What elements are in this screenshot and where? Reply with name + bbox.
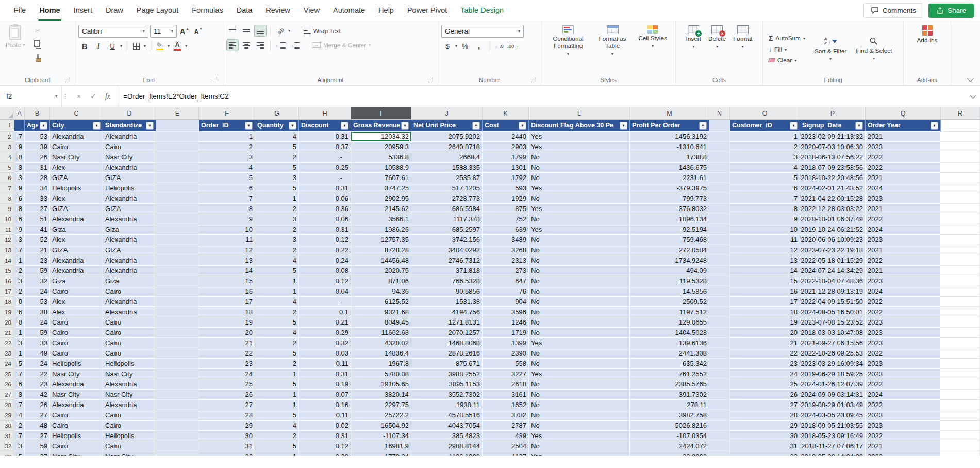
cell-I13[interactable]: 8728.28	[351, 245, 411, 255]
filter-button-G[interactable]: ▼	[289, 122, 296, 130]
cell-L22[interactable]: Yes	[529, 338, 630, 348]
cell-C5[interactable]: Alex	[50, 163, 103, 173]
cell-K21[interactable]: 1719	[483, 328, 529, 338]
cell-O9[interactable]: 8	[730, 204, 800, 214]
conditional-formatting-button[interactable]: Conditional Formatting ▾	[547, 24, 589, 74]
cell-N5[interactable]	[709, 163, 730, 173]
cell-K10[interactable]: 752	[483, 214, 529, 224]
filter-button-F[interactable]: ▼	[245, 122, 253, 130]
cell-C15[interactable]: Alexandria	[50, 266, 103, 276]
cell-O2[interactable]: 1	[730, 132, 800, 142]
cell-F16[interactable]: 15	[199, 276, 255, 286]
column-header-A[interactable]: A	[14, 107, 25, 119]
cell-N11[interactable]	[709, 224, 730, 235]
cell-J21[interactable]: 2070.1257	[411, 328, 483, 338]
cell-L6[interactable]: No	[529, 173, 630, 183]
filter-button-I[interactable]: ▼	[401, 122, 409, 130]
cell-B24[interactable]: 24	[25, 359, 50, 369]
cell-L7[interactable]: Yes	[529, 183, 630, 193]
cell-G27[interactable]: 1	[255, 390, 299, 400]
column-header-H[interactable]: H	[299, 107, 351, 119]
cell-F2[interactable]: 1	[199, 132, 255, 142]
row-header-9[interactable]: 9	[0, 204, 14, 214]
cell-J32[interactable]: 2988.8144	[411, 441, 483, 451]
cell-G24[interactable]: 2	[255, 359, 299, 369]
table-header-cell-K1[interactable]: Cost▼	[483, 120, 529, 132]
cell-L3[interactable]: Yes	[529, 142, 630, 152]
cell-M19[interactable]: 1197.512	[630, 307, 709, 317]
cell-C6[interactable]: GIZA	[50, 173, 103, 183]
cell-R13[interactable]	[941, 245, 980, 255]
cell-H3[interactable]: 0.37	[299, 142, 351, 152]
cell-R14[interactable]	[941, 255, 980, 266]
cell-R2[interactable]	[941, 132, 980, 142]
cell-C20[interactable]: Cairo	[50, 317, 103, 328]
cell-D11[interactable]: Giza	[103, 224, 156, 235]
cell-B14[interactable]: 23	[25, 255, 50, 266]
cell-D19[interactable]: Alexandria	[103, 307, 156, 317]
align-center-button[interactable]	[240, 39, 253, 51]
cell-B32[interactable]: 59	[25, 441, 50, 451]
cell-C8[interactable]: Alex	[50, 193, 103, 204]
row-header-19[interactable]: 19	[0, 307, 14, 317]
cell-L33[interactable]: Yes	[529, 451, 630, 456]
column-header-M[interactable]: M	[630, 107, 709, 119]
cell-C22[interactable]: Cairo	[50, 338, 103, 348]
cell-I7[interactable]: 3747.25	[351, 183, 411, 193]
cell-G31[interactable]: 2	[255, 431, 299, 441]
cell-A5[interactable]: 3	[14, 163, 25, 173]
cell-K4[interactable]: 1799	[483, 152, 529, 163]
cell-D12[interactable]: Alexandria	[103, 235, 156, 245]
cancel-entry-button[interactable]: ×	[72, 90, 86, 103]
cell-N9[interactable]	[709, 204, 730, 214]
cell-E22[interactable]	[156, 338, 199, 348]
cell-F25[interactable]: 24	[199, 369, 255, 379]
cell-F9[interactable]: 8	[199, 204, 255, 214]
cell-C29[interactable]: Cairo	[50, 410, 103, 421]
cell-N27[interactable]	[709, 390, 730, 400]
cell-M22[interactable]: 139.6136	[630, 338, 709, 348]
cell-R10[interactable]	[941, 214, 980, 224]
cell-I19[interactable]: 9321.68	[351, 307, 411, 317]
cell-D18[interactable]: Alexandria	[103, 297, 156, 307]
cell-P9[interactable]: 2022-12-28 03:03:22	[800, 204, 866, 214]
cell-K28[interactable]: 1652	[483, 400, 529, 410]
cell-H22[interactable]: 0.32	[299, 338, 351, 348]
cell-M31[interactable]: -107.0354	[630, 431, 709, 441]
number-dialog-launcher[interactable]	[531, 77, 536, 82]
font-dialog-launcher[interactable]	[213, 77, 218, 82]
cell-A12[interactable]: 3	[14, 235, 25, 245]
cell-N32[interactable]	[709, 441, 730, 451]
cell-B12[interactable]: 52	[25, 235, 50, 245]
cell-J13[interactable]: 3404.0292	[411, 245, 483, 255]
cell-E12[interactable]	[156, 235, 199, 245]
cell-G23[interactable]: 5	[255, 348, 299, 359]
cell-D5[interactable]: Alexandria	[103, 163, 156, 173]
cell-F28[interactable]: 27	[199, 400, 255, 410]
cell-C33[interactable]: Nasr City	[50, 451, 103, 456]
menu-tab-page-layout[interactable]: Page Layout	[130, 0, 185, 21]
filter-button-Q[interactable]: ▼	[931, 122, 938, 130]
cell-I17[interactable]: 94.36	[351, 286, 411, 297]
cell-I3[interactable]: 20959.3	[351, 142, 411, 152]
cell-L29[interactable]: No	[529, 410, 630, 421]
cell-N30[interactable]	[709, 421, 730, 431]
column-header-F[interactable]: F	[199, 107, 255, 119]
cell-A31[interactable]: 7	[14, 431, 25, 441]
cell-H7[interactable]: 0.31	[299, 183, 351, 193]
cell-R16[interactable]	[941, 276, 980, 286]
cell-J14[interactable]: 2746.7312	[411, 255, 483, 266]
cell-F20[interactable]: 19	[199, 317, 255, 328]
column-header-K[interactable]: K	[483, 107, 529, 119]
table-header-cell-D1[interactable]: Standardize▼	[103, 120, 156, 132]
decrease-font-size-button[interactable]: A▼	[192, 25, 205, 37]
cell-D7[interactable]: Heliopolis	[103, 183, 156, 193]
cell-P18[interactable]: 2022-04-09 15:51:50	[800, 297, 866, 307]
cell-I29[interactable]: 25722.2	[351, 410, 411, 421]
cell-E30[interactable]	[156, 421, 199, 431]
cell-G22[interactable]: 2	[255, 338, 299, 348]
cell-I21[interactable]: 11662.68	[351, 328, 411, 338]
cell-I28[interactable]: 2297.75	[351, 400, 411, 410]
cell-M2[interactable]: -1456.3192	[630, 132, 709, 142]
align-bottom-button[interactable]	[254, 25, 267, 37]
